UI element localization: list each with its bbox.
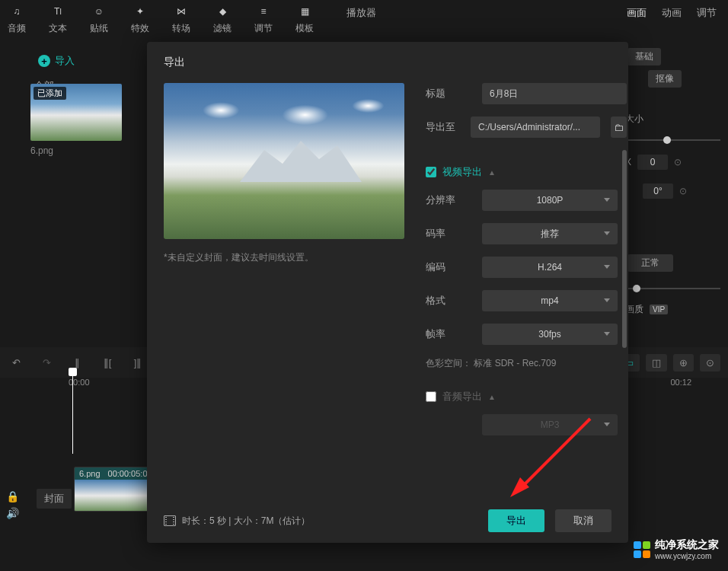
cancel-button[interactable]: 取消 — [555, 509, 611, 532]
colorspace-info: 色彩空间： 标准 SDR - Rec.709 — [426, 357, 618, 370]
export-path-label: 导出至 — [426, 120, 460, 134]
undo-icon[interactable]: ↶ — [8, 354, 24, 371]
added-badge: 已添加 — [34, 87, 66, 100]
tool-template[interactable]: ▦模板 — [295, 4, 314, 35]
bitrate-select[interactable]: 推荐 — [482, 223, 618, 244]
tl-chip-2[interactable]: ◫ — [646, 354, 667, 372]
music-note-icon: ♫ — [9, 4, 24, 19]
subtab-basic[interactable]: 基础 — [627, 48, 661, 65]
codec-select[interactable]: H.264 — [482, 257, 618, 278]
rotation-value-input[interactable]: 0° — [643, 183, 673, 199]
clip-header: 6.png 00:00:05:00 — [75, 467, 152, 480]
thumbnail-image: 已添加 — [30, 84, 122, 141]
export-preview-column: *未自定义封面，建议去时间线设置。 — [164, 83, 404, 441]
tool-text[interactable]: TI文本 — [49, 4, 67, 35]
media-thumbnail[interactable]: 已添加 6.png — [30, 84, 122, 156]
sparkle-icon: ✦ — [133, 4, 148, 19]
collapse-icon: ▲ — [488, 168, 496, 177]
format-label: 格式 — [426, 294, 471, 308]
cover-button[interactable]: 封面 — [37, 489, 72, 509]
x-value-input[interactable]: 0 — [637, 155, 668, 170]
vip-badge: VIP — [650, 305, 668, 314]
import-button[interactable]: 导入 — [38, 54, 75, 68]
inspector-tabs: 画面 动画 调节 — [627, 6, 717, 20]
reset-rotation-icon[interactable]: ⊙ — [679, 186, 687, 196]
template-icon: ▦ — [297, 4, 312, 19]
watermark-url: www.ycwjzy.com — [655, 552, 719, 560]
lock-icon[interactable]: 🔒 — [6, 490, 19, 502]
tool-adjust[interactable]: ≡调节 — [254, 4, 273, 35]
inspector-panel: 基础 抠像 大小 X 0 ⊙ 0° ⊙ 正常 画质 VIP — [618, 38, 728, 337]
ruler-time-mark: 00:12 — [670, 378, 691, 387]
video-export-section-head[interactable]: 视频导出 ▲ — [426, 165, 618, 179]
resolution-select[interactable]: 1080P — [482, 190, 618, 211]
export-settings-scroll: 视频导出 ▲ 分辨率 1080P 码率 推荐 编码 H.264 格式 mp4 — [426, 150, 627, 441]
filter-icon: ◆ — [215, 4, 230, 19]
watermark-name: 纯净系统之家 — [655, 538, 719, 552]
sliders-icon: ≡ — [256, 4, 271, 19]
tool-audio[interactable]: ♫音频 — [8, 4, 26, 35]
opacity-slider[interactable] — [625, 288, 720, 289]
watermark-logo-icon — [634, 541, 650, 558]
watermark: 纯净系统之家 www.ycwjzy.com — [634, 538, 719, 560]
title-input[interactable] — [482, 83, 627, 104]
cover-hint-text: *未自定义封面，建议去时间线设置。 — [164, 251, 404, 264]
track-lock-icons: 🔒 🔊 — [6, 490, 19, 519]
thumbnail-name: 6.png — [30, 145, 122, 156]
audio-export-section-head[interactable]: 音频导出 ▲ — [426, 390, 618, 404]
reset-x-icon[interactable]: ⊙ — [674, 157, 682, 167]
fps-select[interactable]: 30fps — [482, 324, 618, 345]
subtab-cutout[interactable]: 抠像 — [648, 70, 682, 88]
export-form: 标题 导出至 🗀 视频导出 ▲ 分辨率 1080P 码率 — [426, 83, 627, 441]
playhead[interactable] — [72, 370, 73, 454]
fps-label: 帧率 — [426, 327, 471, 341]
clip-name: 6.png — [79, 469, 101, 478]
bitrate-label: 码率 — [426, 227, 471, 241]
export-preview-image — [164, 83, 404, 239]
export-dialog: 导出 *未自定义封面，建议去时间线设置。 标题 导出至 🗀 视频导出 — [147, 42, 628, 543]
format-select[interactable]: mp4 — [482, 290, 618, 311]
tl-chip-3[interactable]: ⊕ — [673, 354, 694, 372]
export-path-input[interactable] — [471, 116, 600, 138]
collapse-icon: ▲ — [488, 393, 496, 401]
tl-chip-4[interactable]: ⊙ — [700, 354, 720, 372]
tool-transition[interactable]: ⋈转场 — [172, 4, 190, 35]
clip-thumbnail — [75, 480, 152, 512]
timeline-clip[interactable]: 6.png 00:00:05:00 — [74, 467, 152, 512]
audio-format-select: MP3 — [482, 414, 618, 435]
speaker-icon[interactable]: 🔊 — [6, 507, 19, 519]
resolution-label: 分辨率 — [426, 193, 471, 207]
transition-icon: ⋈ — [174, 4, 189, 19]
blend-mode-select[interactable]: 正常 — [627, 254, 673, 272]
scrollbar-thumb[interactable] — [622, 150, 627, 348]
video-export-checkbox[interactable] — [426, 167, 436, 177]
browse-folder-button[interactable]: 🗀 — [611, 116, 627, 138]
text-icon: TI — [50, 4, 65, 19]
title-label: 标题 — [426, 87, 471, 100]
clip-duration: 00:00:05:00 — [108, 469, 152, 478]
tab-animation[interactable]: 动画 — [662, 6, 682, 20]
tab-adjust[interactable]: 调节 — [697, 6, 717, 20]
split-right-icon[interactable]: ]‖ — [129, 354, 146, 371]
tool-effect[interactable]: ✦特效 — [131, 4, 149, 35]
size-slider[interactable] — [625, 139, 720, 141]
audio-export-checkbox[interactable] — [426, 391, 436, 402]
tool-filter[interactable]: ◆滤镜 — [213, 4, 231, 35]
redo-icon[interactable]: ↷ — [38, 354, 55, 371]
tab-picture[interactable]: 画面 — [627, 6, 647, 20]
codec-label: 编码 — [426, 260, 471, 274]
film-icon — [164, 515, 176, 526]
export-dialog-title: 导出 — [164, 56, 611, 69]
export-button[interactable]: 导出 — [488, 509, 544, 532]
split-left-icon[interactable]: ‖[ — [99, 354, 116, 371]
export-info: 时长：5 秒 | 大小：7M（估计） — [164, 515, 310, 528]
player-panel-title: 播放器 — [346, 6, 376, 20]
tool-sticker[interactable]: ☺贴纸 — [90, 4, 108, 35]
export-dialog-footer: 时长：5 秒 | 大小：7M（估计） 导出 取消 — [164, 509, 611, 532]
sticker-icon: ☺ — [91, 4, 107, 19]
folder-icon: 🗀 — [614, 122, 624, 133]
